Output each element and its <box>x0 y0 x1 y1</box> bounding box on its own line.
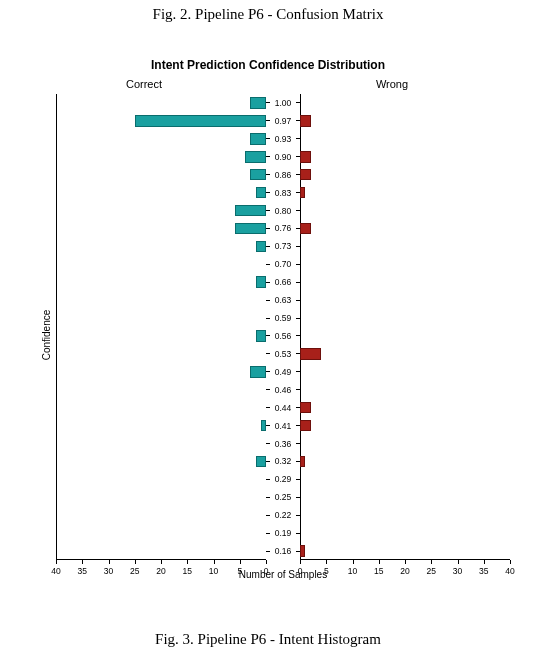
x-tick-label: 20 <box>156 566 165 576</box>
y-tick-label: 0.66 <box>272 278 294 287</box>
y-tick-label: 0.80 <box>272 206 294 215</box>
x-axis-label: Number of Samples <box>56 569 510 580</box>
intent-histogram-chart: Intent Prediction Confidence Distributio… <box>20 58 516 606</box>
y-tick-label: 1.00 <box>272 99 294 108</box>
x-tick-label: 5 <box>324 566 329 576</box>
y-tick-label: 0.25 <box>272 493 294 502</box>
y-tick-label: 0.29 <box>272 475 294 484</box>
x-tick-label: 25 <box>427 566 436 576</box>
x-tick-label: 35 <box>78 566 87 576</box>
x-tick-label: 0 <box>298 566 303 576</box>
plot-area: Confidence Number of Samples 1.000.970.9… <box>56 94 510 576</box>
y-tick-label: 0.56 <box>272 332 294 341</box>
y-tick-label: 0.83 <box>272 188 294 197</box>
x-tick-label: 20 <box>400 566 409 576</box>
chart-title: Intent Prediction Confidence Distributio… <box>20 58 516 72</box>
x-tick-label: 40 <box>505 566 514 576</box>
y-tick-label: 0.97 <box>272 117 294 126</box>
facet-correct <box>56 94 266 560</box>
x-tick-label: 40 <box>51 566 60 576</box>
y-tick-label: 0.90 <box>272 152 294 161</box>
y-tick-label: 0.59 <box>272 314 294 323</box>
x-tick-label: 35 <box>479 566 488 576</box>
facet-label-wrong: Wrong <box>268 78 516 90</box>
y-tick-label: 0.22 <box>272 511 294 520</box>
x-tick-label: 15 <box>374 566 383 576</box>
x-tick-label: 30 <box>104 566 113 576</box>
page: Fig. 2. Pipeline P6 - Confusion Matrix I… <box>0 0 536 654</box>
y-tick-label: 0.41 <box>272 421 294 430</box>
facet-label-correct: Correct <box>20 78 268 90</box>
y-tick-label: 0.73 <box>272 242 294 251</box>
y-tick-label: 0.32 <box>272 457 294 466</box>
y-tick-label: 0.86 <box>272 170 294 179</box>
x-tick-label: 5 <box>237 566 242 576</box>
y-axis-label: Confidence <box>41 310 52 361</box>
x-tick-label: 25 <box>130 566 139 576</box>
facet-wrong <box>300 94 510 560</box>
y-tick-label: 0.53 <box>272 350 294 359</box>
y-tick-label: 0.16 <box>272 547 294 556</box>
y-tick-label: 0.49 <box>272 368 294 377</box>
y-tick-label: 0.19 <box>272 529 294 538</box>
y-tick-label: 0.46 <box>272 385 294 394</box>
x-tick-label: 10 <box>348 566 357 576</box>
y-tick-label: 0.36 <box>272 439 294 448</box>
figure-2-caption: Fig. 2. Pipeline P6 - Confusion Matrix <box>0 6 536 23</box>
y-tick-label: 0.76 <box>272 224 294 233</box>
figure-3-caption: Fig. 3. Pipeline P6 - Intent Histogram <box>0 631 536 648</box>
x-tick-label: 0 <box>264 566 269 576</box>
y-tick-label: 0.93 <box>272 135 294 144</box>
y-tick-label: 0.63 <box>272 296 294 305</box>
y-tick-label: 0.70 <box>272 260 294 269</box>
x-tick-label: 15 <box>183 566 192 576</box>
y-tick-label: 0.44 <box>272 403 294 412</box>
x-tick-label: 10 <box>209 566 218 576</box>
x-tick-label: 30 <box>453 566 462 576</box>
